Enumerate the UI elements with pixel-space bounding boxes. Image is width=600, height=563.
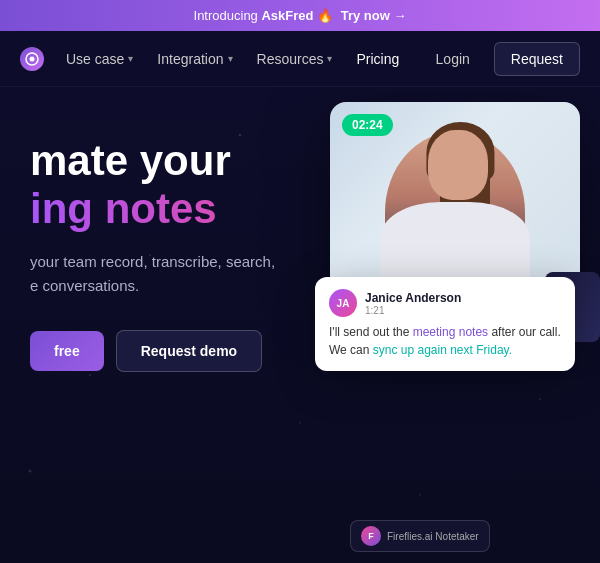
nav-use-case[interactable]: Use case ▾ (56, 43, 143, 75)
hero-title-prefix2: i (30, 185, 42, 232)
announcement-brand: AskFred (261, 8, 313, 23)
nav-right: Login Request (424, 42, 580, 76)
svg-point-1 (30, 56, 35, 61)
chevron-down-icon: ▾ (128, 53, 133, 64)
nav-pricing[interactable]: Pricing (346, 43, 409, 75)
chevron-down-icon: ▾ (327, 53, 332, 64)
hero-buttons: free Request demo (30, 330, 310, 372)
chat-meta: Janice Anderson 1:21 (365, 291, 561, 316)
video-call-card: 02:24 (330, 102, 580, 292)
fireflies-notetaker-badge: F Fireflies.ai Notetaker (350, 520, 490, 552)
fireflies-label: Fireflies.ai Notetaker (387, 531, 479, 542)
hero-section: mate your ing notes your team record, tr… (0, 87, 600, 563)
woman-head (428, 130, 488, 200)
announcement-bar: Introducing AskFred 🔥 Try now → (0, 0, 600, 31)
nav-login[interactable]: Login (424, 43, 482, 75)
meeting-notes-link[interactable]: meeting notes (413, 325, 488, 339)
nav-logo[interactable] (20, 47, 44, 71)
chat-sender-name: Janice Anderson (365, 291, 561, 305)
chat-message-text: I'll send out the meeting notes after ou… (329, 323, 561, 359)
hero-right: 02:24 JA Janice Anderson 1:21 I'll send … (310, 87, 600, 563)
fireflies-icon: F (361, 526, 381, 546)
request-demo-button[interactable]: Request demo (116, 330, 262, 372)
nav-links: Use case ▾ Integration ▾ Resources ▾ Pri… (56, 43, 424, 75)
announcement-emoji: 🔥 (317, 8, 333, 23)
chevron-down-icon: ▾ (228, 53, 233, 64)
hero-left: mate your ing notes your team record, tr… (0, 87, 310, 563)
sync-up-link[interactable]: sync up again next Friday. (373, 343, 512, 357)
hero-title-prefix: m (30, 137, 67, 184)
nav-integration[interactable]: Integration ▾ (147, 43, 242, 75)
call-timer-badge: 02:24 (342, 114, 393, 136)
announcement-intro: Introducing (194, 8, 262, 23)
hero-title-line1: mate your (30, 137, 310, 185)
announcement-cta[interactable]: Try now → (341, 8, 407, 23)
hero-title-line2: ing notes (30, 185, 310, 233)
main-nav: Use case ▾ Integration ▾ Resources ▾ Pri… (0, 31, 600, 87)
chat-timestamp: 1:21 (365, 305, 561, 316)
avatar: JA (329, 289, 357, 317)
chat-header: JA Janice Anderson 1:21 (329, 289, 561, 317)
nav-resources[interactable]: Resources ▾ (247, 43, 343, 75)
chat-message-card: JA Janice Anderson 1:21 I'll send out th… (315, 277, 575, 371)
nav-request-button[interactable]: Request (494, 42, 580, 76)
logo-icon (20, 47, 44, 71)
hero-subtitle: your team record, transcribe, search, e … (30, 250, 310, 298)
get-free-button[interactable]: free (30, 331, 104, 371)
